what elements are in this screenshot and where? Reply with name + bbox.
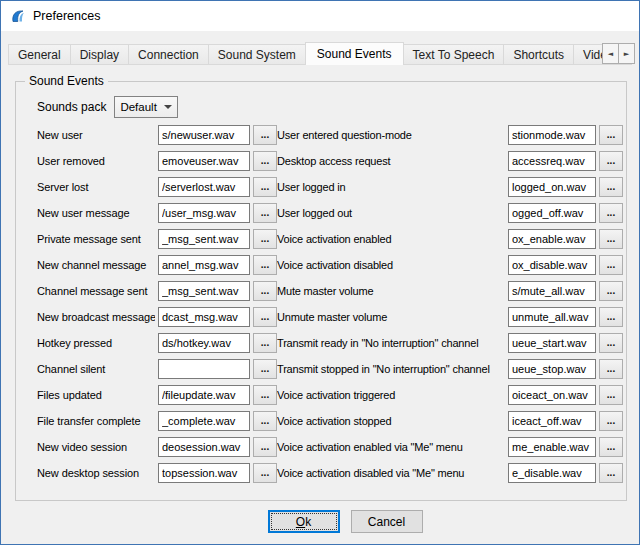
browse-button[interactable]: ...	[253, 463, 277, 483]
dialog-footer: Ok Cancel	[51, 510, 639, 533]
sound-event-row: New desktop session ...	[37, 460, 277, 486]
browse-button[interactable]: ...	[253, 385, 277, 405]
browse-button[interactable]: ...	[253, 125, 277, 145]
sound-file-input[interactable]	[508, 151, 596, 171]
sound-event-label: File transfer complete	[37, 415, 155, 427]
sound-file-input[interactable]	[158, 255, 250, 275]
browse-button[interactable]: ...	[253, 333, 277, 353]
browse-button[interactable]: ...	[253, 229, 277, 249]
sound-event-row: New user message ...	[37, 200, 277, 226]
sound-file-input[interactable]	[508, 177, 596, 197]
sound-event-row: New user ...	[37, 122, 277, 148]
tab-text-to-speech[interactable]: Text To Speech	[403, 44, 505, 65]
sound-file-input[interactable]	[158, 177, 250, 197]
tab-shortcuts[interactable]: Shortcuts	[503, 44, 574, 65]
sound-file-input[interactable]	[158, 151, 250, 171]
sound-event-label: New video session	[37, 441, 155, 453]
sound-file-input[interactable]	[508, 203, 596, 223]
sound-file-input[interactable]	[508, 385, 596, 405]
browse-button[interactable]: ...	[599, 229, 623, 249]
browse-button[interactable]: ...	[253, 281, 277, 301]
tab-general[interactable]: General	[8, 44, 71, 65]
sound-file-input[interactable]	[508, 125, 596, 145]
browse-button[interactable]: ...	[599, 281, 623, 301]
sound-event-label: Voice activation triggered	[277, 389, 505, 401]
sound-event-row: Voice activation triggered ...	[277, 382, 623, 408]
browse-button[interactable]: ...	[599, 255, 623, 275]
browse-button[interactable]: ...	[253, 359, 277, 379]
tab-display[interactable]: Display	[70, 44, 129, 65]
browse-button[interactable]: ...	[599, 203, 623, 223]
sound-file-input[interactable]	[158, 333, 250, 353]
sound-file-input[interactable]	[158, 411, 250, 431]
sound-file-input[interactable]	[508, 437, 596, 457]
sounds-pack-label: Sounds pack	[37, 100, 106, 114]
sound-file-input[interactable]	[508, 333, 596, 353]
sound-file-input[interactable]	[158, 281, 250, 301]
sound-file-input[interactable]	[508, 229, 596, 249]
browse-button[interactable]: ...	[253, 203, 277, 223]
sound-event-row: Server lost ...	[37, 174, 277, 200]
sound-file-input[interactable]	[158, 203, 250, 223]
browse-button[interactable]: ...	[599, 333, 623, 353]
sound-event-row: Voice activation disabled ...	[277, 252, 623, 278]
browse-button[interactable]: ...	[599, 359, 623, 379]
cancel-button[interactable]: Cancel	[351, 510, 423, 533]
sound-file-input[interactable]	[158, 463, 250, 483]
browse-button[interactable]: ...	[599, 437, 623, 457]
browse-button[interactable]: ...	[253, 307, 277, 327]
sound-event-label: New user	[37, 129, 155, 141]
sound-event-row: User logged in ...	[277, 174, 623, 200]
ok-button[interactable]: Ok	[268, 510, 340, 533]
tab-sound-system[interactable]: Sound System	[208, 44, 306, 65]
sound-event-label: New channel message	[37, 259, 155, 271]
browse-button[interactable]: ...	[599, 177, 623, 197]
sound-file-input[interactable]	[158, 125, 250, 145]
tab-scroll-right-button[interactable]: ►	[618, 43, 635, 64]
sound-file-input[interactable]	[508, 307, 596, 327]
tab-scroller: ◄ ►	[602, 43, 635, 64]
sound-event-row: Unmute master volume ...	[277, 304, 623, 330]
chevron-down-icon	[164, 105, 172, 109]
sound-event-row: Voice activation enabled via "Me" menu .…	[277, 434, 623, 460]
sound-event-label: Transmit ready in "No interruption" chan…	[277, 337, 505, 349]
sound-event-row: Transmit ready in "No interruption" chan…	[277, 330, 623, 356]
tab-connection[interactable]: Connection	[128, 44, 209, 65]
browse-button[interactable]: ...	[253, 255, 277, 275]
sound-event-row: User entered question-mode ...	[277, 122, 623, 148]
sound-file-input[interactable]	[508, 281, 596, 301]
tab-scroll-left-button[interactable]: ◄	[602, 43, 619, 64]
sound-event-row: Voice activation enabled ...	[277, 226, 623, 252]
sound-file-input[interactable]	[158, 437, 250, 457]
browse-button[interactable]: ...	[599, 151, 623, 171]
browse-button[interactable]: ...	[253, 437, 277, 457]
tab-bar: General Display Connection Sound System …	[8, 42, 624, 65]
sound-event-label: Channel message sent	[37, 285, 155, 297]
sound-event-label: User removed	[37, 155, 155, 167]
sound-file-input[interactable]	[508, 463, 596, 483]
title-bar: Preferences	[1, 1, 639, 31]
browse-button[interactable]: ...	[599, 411, 623, 431]
browse-button[interactable]: ...	[599, 307, 623, 327]
sounds-pack-dropdown[interactable]: Default	[114, 96, 178, 118]
sound-event-label: New user message	[37, 207, 155, 219]
sound-file-input[interactable]	[158, 359, 250, 379]
sound-file-input[interactable]	[508, 255, 596, 275]
browse-button[interactable]: ...	[253, 151, 277, 171]
sound-event-label: Files updated	[37, 389, 155, 401]
browse-button[interactable]: ...	[599, 463, 623, 483]
sound-event-row: Files updated ...	[37, 382, 277, 408]
sound-file-input[interactable]	[158, 229, 250, 249]
sound-event-row: User logged out ...	[277, 200, 623, 226]
sound-event-label: Desktop access request	[277, 155, 505, 167]
sound-file-input[interactable]	[508, 411, 596, 431]
sound-file-input[interactable]	[158, 307, 250, 327]
browse-button[interactable]: ...	[599, 125, 623, 145]
sound-file-input[interactable]	[508, 359, 596, 379]
sound-event-label: Voice activation enabled via "Me" menu	[277, 441, 505, 453]
browse-button[interactable]: ...	[253, 411, 277, 431]
sound-file-input[interactable]	[158, 385, 250, 405]
tab-sound-events[interactable]: Sound Events	[305, 42, 404, 65]
browse-button[interactable]: ...	[599, 385, 623, 405]
browse-button[interactable]: ...	[253, 177, 277, 197]
